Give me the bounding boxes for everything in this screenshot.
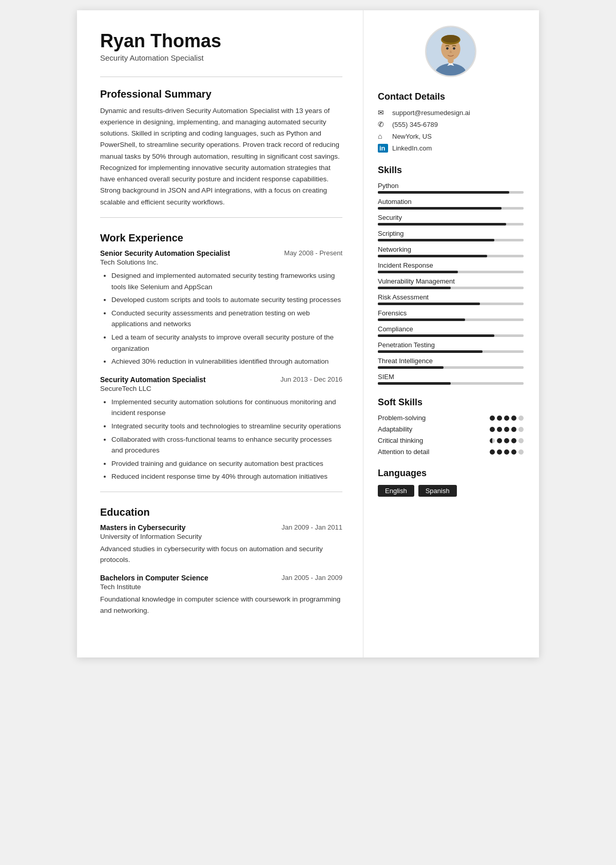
bullet: Designed and implemented automated secur…: [111, 270, 342, 292]
edu-entry-1: Bachelors in Computer Science Jan 2005 -…: [100, 574, 342, 616]
candidate-name: Ryan Thomas: [100, 31, 342, 51]
skill-bar-fill-8: [378, 318, 465, 321]
header-divider: [100, 77, 342, 77]
summary-text: Dynamic and results-driven Security Auto…: [100, 105, 342, 208]
resume-container: Ryan Thomas Security Automation Speciali…: [77, 10, 539, 657]
bullet: Integrated security tools and technologi…: [111, 421, 342, 432]
contact-item-2: ⌂NewYork, US: [378, 132, 524, 140]
dot-filled: [490, 416, 495, 421]
skill-row-8: Forensics: [378, 309, 524, 321]
languages-title: Languages: [378, 468, 524, 479]
summary-title: Professional Summary: [100, 88, 342, 100]
right-column: Contact Details ✉support@resumedesign.ai…: [363, 10, 539, 657]
dot-filled: [504, 416, 509, 421]
svg-point-8: [453, 47, 455, 50]
skills-container: Python Automation Security Scripting Net…: [378, 182, 524, 385]
linkedin-icon: in: [378, 144, 388, 153]
dot-filled: [497, 416, 502, 421]
dot-filled: [504, 449, 509, 455]
soft-skills-container: Problem-solving Adaptability Critical th…: [378, 414, 524, 456]
skill-name-0: Python: [378, 182, 524, 190]
left-column: Ryan Thomas Security Automation Speciali…: [77, 10, 363, 657]
skill-bar-fill-11: [378, 366, 444, 369]
avatar: [425, 26, 476, 77]
job-bullets-0: Designed and implemented automated secur…: [100, 270, 342, 367]
phone-icon: ✆: [378, 120, 388, 128]
edu-header-0: Masters in Cybersecurity Jan 2009 - Jan …: [100, 523, 342, 532]
soft-skills-section: Soft Skills Problem-solving Adaptability…: [378, 397, 524, 456]
job-header-1: Security Automation Specialist Jun 2013 …: [100, 375, 342, 384]
dot-filled: [511, 438, 516, 443]
job-entry-0: Senior Security Automation Specialist Ma…: [100, 249, 342, 367]
skill-bar-fill-9: [378, 334, 494, 337]
education-title: Education: [100, 506, 342, 518]
skill-bar-bg-2: [378, 223, 524, 225]
dot-filled: [490, 449, 495, 455]
skill-bar-fill-2: [378, 223, 506, 225]
skill-bar-bg-9: [378, 334, 524, 337]
bullet: Implemented security automation solution…: [111, 397, 342, 419]
summary-section: Professional Summary Dynamic and results…: [100, 88, 342, 208]
skill-bar-bg-7: [378, 303, 524, 305]
skill-row-3: Scripting: [378, 230, 524, 241]
skill-bar-bg-1: [378, 207, 524, 210]
skill-bar-bg-8: [378, 318, 524, 321]
edu-school-1: Tech Institute: [100, 583, 342, 591]
skill-row-2: Security: [378, 214, 524, 225]
bullet: Reduced incident response time by 40% th…: [111, 471, 342, 482]
contact-section: Contact Details ✉support@resumedesign.ai…: [378, 91, 524, 153]
candidate-title: Security Automation Specialist: [100, 53, 342, 62]
education-container: Masters in Cybersecurity Jan 2009 - Jan …: [100, 523, 342, 616]
skill-bar-fill-1: [378, 207, 502, 210]
bullet: Conducted security assessments and penet…: [111, 308, 342, 330]
dot-empty: [518, 438, 524, 443]
skill-row-4: Networking: [378, 246, 524, 257]
bullet: Led a team of security analysts to impro…: [111, 332, 342, 354]
soft-skill-dots-0: [490, 416, 524, 421]
dot-filled: [497, 427, 502, 432]
jobs-container: Senior Security Automation Specialist Ma…: [100, 249, 342, 482]
soft-skill-name-1: Adaptability: [378, 425, 412, 433]
skill-name-12: SIEM: [378, 373, 524, 381]
education-section: Education Masters in Cybersecurity Jan 2…: [100, 506, 342, 616]
skill-name-11: Threat Intelligence: [378, 357, 524, 365]
contact-text-2: NewYork, US: [392, 133, 432, 140]
dot-filled: [504, 438, 509, 443]
dot-half: [490, 438, 495, 443]
skill-row-1: Automation: [378, 198, 524, 210]
work-divider: [100, 492, 342, 492]
skill-bar-bg-0: [378, 191, 524, 194]
edu-desc-0: Advanced studies in cybersecurity with f…: [100, 543, 342, 566]
lang-badge-1: Spanish: [418, 485, 457, 497]
skill-bar-fill-3: [378, 239, 494, 241]
skills-title: Skills: [378, 165, 524, 176]
svg-point-7: [446, 47, 449, 50]
edu-entry-0: Masters in Cybersecurity Jan 2009 - Jan …: [100, 523, 342, 566]
skill-bar-fill-4: [378, 255, 487, 257]
skill-bar-bg-5: [378, 271, 524, 273]
dot-filled: [511, 416, 516, 421]
skills-section: Skills Python Automation Security Script…: [378, 165, 524, 385]
skill-name-4: Networking: [378, 246, 524, 253]
avatar-wrapper: [378, 26, 524, 77]
skill-row-9: Compliance: [378, 325, 524, 337]
bullet: Collaborated with cross-functional teams…: [111, 434, 342, 456]
skill-name-10: Penetration Testing: [378, 341, 524, 349]
soft-skill-dots-3: [490, 449, 524, 455]
edu-date-0: Jan 2009 - Jan 2011: [281, 523, 342, 531]
skill-name-6: Vulnerability Management: [378, 277, 524, 285]
svg-point-6: [442, 35, 459, 43]
bullet: Provided training and guidance on securi…: [111, 458, 342, 469]
job-entry-1: Security Automation Specialist Jun 2013 …: [100, 375, 342, 482]
dot-filled: [504, 427, 509, 432]
soft-skill-dots-1: [490, 427, 524, 432]
dot-filled: [497, 449, 502, 455]
soft-skill-dots-2: [490, 438, 524, 443]
edu-header-1: Bachelors in Computer Science Jan 2005 -…: [100, 574, 342, 582]
skill-bar-fill-5: [378, 271, 458, 273]
dot-filled: [497, 438, 502, 443]
skill-row-7: Risk Assessment: [378, 293, 524, 305]
lang-badge-0: English: [378, 485, 414, 497]
soft-skill-name-0: Problem-solving: [378, 414, 426, 422]
skill-name-8: Forensics: [378, 309, 524, 317]
